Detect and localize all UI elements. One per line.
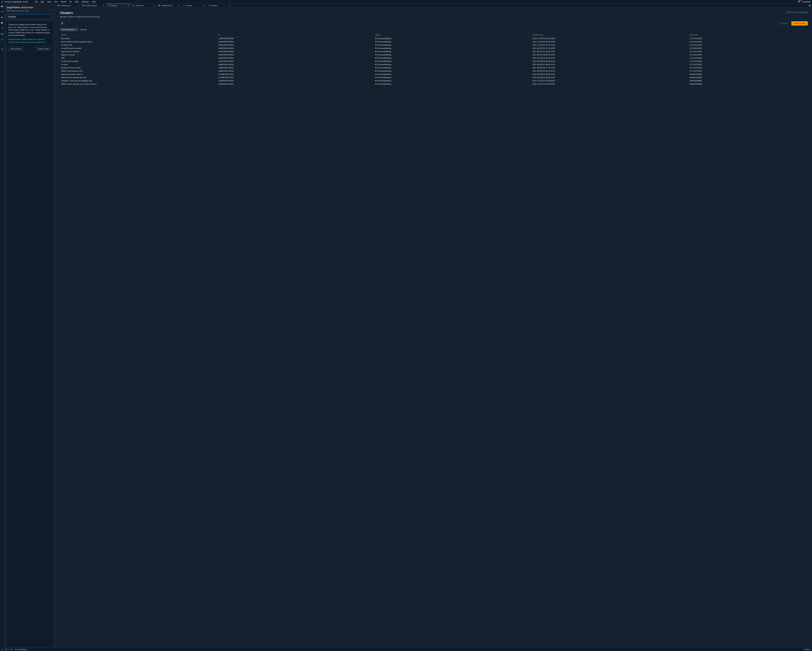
notification-bell[interactable]: 1 bbox=[798, 1, 800, 3]
status-gear[interactable] bbox=[11, 648, 13, 650]
settings-gear-button[interactable] bbox=[807, 3, 812, 7]
menu-view[interactable]: View bbox=[47, 1, 51, 3]
cell-account: 111122223333 bbox=[688, 50, 808, 53]
tab-close[interactable]: ✕ bbox=[101, 5, 104, 7]
svg-point-8 bbox=[2, 12, 3, 12]
cell-status: Running/Waiting bbox=[374, 47, 531, 50]
tab-close[interactable]: ✕ bbox=[202, 5, 205, 7]
tab-close[interactable]: ✕ bbox=[152, 5, 155, 7]
svg-rect-23 bbox=[83, 5, 84, 5]
status-dot-icon bbox=[375, 61, 377, 62]
column-header-account-id[interactable]: Account ID bbox=[688, 33, 808, 37]
table-row[interactable]: demo-delete-cluster-createdFromEmrj-2ABC… bbox=[60, 40, 808, 43]
feedback-link[interactable]: Feedback bbox=[802, 1, 811, 3]
terminal-icon bbox=[5, 648, 7, 650]
tab-untitled1-ipynb[interactable]: Untitled1.ipynb✕ bbox=[81, 3, 106, 7]
tab-close[interactable]: ✕ bbox=[227, 5, 230, 7]
table-row[interactable]: ldap-IG-overridej-5ABCDEFGHIG1Running/Wa… bbox=[60, 53, 808, 57]
table-row[interactable]: abcdefg -cross-account-bugbash-testj-1AB… bbox=[60, 79, 808, 83]
cell-id: j-1ABCDEFGHIG2 bbox=[217, 79, 374, 83]
cell-account: 111122223333 bbox=[688, 57, 808, 60]
create-cluster-button[interactable]: Create cluster bbox=[791, 21, 808, 26]
view-clusters-button[interactable]: View clusters bbox=[8, 47, 24, 51]
tab-close[interactable]: ✕ bbox=[177, 5, 180, 7]
table-row[interactable]: no-authj-8ABCDEFGHIG2Running/Waiting2021… bbox=[60, 63, 808, 66]
table-row[interactable]: testing-terminate-cluster-1j-11ABCDEFGHI… bbox=[60, 73, 808, 76]
table-row[interactable]: ldapj-6ABCDEFGHIG2Running/Waiting2021-08… bbox=[60, 57, 808, 60]
cell-time: 2021-11-05T07:07:56.013Z bbox=[531, 43, 688, 47]
tab-label: Untitled1.ipynb bbox=[85, 5, 97, 6]
svg-rect-30 bbox=[158, 5, 160, 6]
menu-help[interactable]: Help bbox=[92, 1, 96, 3]
cell-time: 2021-08-09T06:17:35.187Z bbox=[531, 66, 688, 69]
create-cluster-sidebar-button[interactable]: Create cluster bbox=[35, 47, 51, 51]
table-row[interactable]: ldap-livy-port-overridej-4ABCDEFGHIGKRun… bbox=[60, 50, 808, 53]
table-row[interactable]: kerberized-livy-overridej-9ABCDEFGHIG2Ru… bbox=[60, 66, 808, 69]
filter-chip-remove[interactable]: ✕ bbox=[76, 28, 77, 31]
manage-emr-link[interactable]: Manage Amazon EMR Clusters from Studio bbox=[8, 38, 51, 40]
cell-time: 2021-08-10T06:25:29.307Z bbox=[531, 53, 688, 57]
resource-select[interactable]: Clusters ▼ bbox=[6, 14, 53, 19]
cell-name: no-auth-livy-override bbox=[60, 60, 217, 63]
gear-icon bbox=[11, 648, 13, 650]
git-status[interactable]: Git: refreshing... bbox=[15, 648, 27, 650]
cell-name: no-auth-IG-port-override bbox=[60, 47, 217, 50]
table-row[interactable]: My clusterj-1ABCDEFGHIGKRunning/Waiting2… bbox=[60, 37, 808, 40]
menu-tabs[interactable]: Tabs bbox=[75, 1, 79, 3]
app-title: Amazon SageMaker Studio bbox=[5, 1, 28, 3]
tab-test-json[interactable]: test.json✕ bbox=[182, 3, 207, 7]
menu-run[interactable]: Run bbox=[54, 1, 58, 3]
table-row[interactable]: EMR-Cluster-abcdefg -sfo-cross-account-t… bbox=[60, 83, 808, 86]
git-icon[interactable] bbox=[1, 11, 3, 13]
table-row[interactable]: no-auth-IG-port-overridej-4BCDEFGHIGKHRu… bbox=[60, 47, 808, 50]
palette-icon[interactable] bbox=[1, 22, 3, 24]
prepare-data-link[interactable]: Prepare data at scale with Studio Notebo… bbox=[8, 41, 51, 43]
tab-terminal-1[interactable]: Terminal 1✕ bbox=[131, 3, 156, 7]
tab-untitled-ipynb[interactable]: Untitled.ipynb✕ bbox=[56, 3, 81, 7]
cell-status: Running/Waiting bbox=[374, 63, 531, 66]
menu-edit[interactable]: Edit bbox=[41, 1, 44, 3]
tabs-icon[interactable] bbox=[1, 33, 3, 35]
table-row[interactable]: EMR-Cluster-abcdefg-emr-cfnj-12ABCDEFGHI… bbox=[60, 76, 808, 79]
refresh-block[interactable]: less than a minute ago bbox=[787, 11, 808, 13]
page-subtitle: Manage clusters for large-scale data pro… bbox=[60, 16, 100, 18]
refresh-text: less than a minute ago bbox=[790, 11, 808, 13]
menu-settings[interactable]: Settings bbox=[82, 1, 89, 3]
cell-status: Running/Waiting bbox=[374, 40, 531, 43]
menu-file[interactable]: File bbox=[35, 1, 38, 3]
cell-status: Running/Waiting bbox=[374, 60, 531, 63]
filter-button[interactable] bbox=[60, 21, 64, 25]
column-header-creation-time[interactable]: Creation Time bbox=[531, 33, 688, 37]
status-bar: 1 3 Git: refreshing... Clusters bbox=[0, 648, 812, 651]
status-right[interactable]: Clusters bbox=[804, 648, 810, 650]
menu-git[interactable]: Git bbox=[69, 1, 72, 3]
share-icon[interactable] bbox=[1, 48, 3, 50]
clear-all-filters[interactable]: Clear All bbox=[80, 29, 87, 31]
cell-account: 444455556666 bbox=[688, 83, 808, 86]
tab-untitled2-ipynb[interactable]: Untitled2.ipynb✕ bbox=[156, 3, 182, 7]
column-header-id[interactable]: ID bbox=[217, 33, 374, 37]
terminate-button[interactable]: Terminate bbox=[777, 21, 790, 26]
tab-close[interactable]: ✕ bbox=[127, 5, 130, 7]
table-row[interactable]: no-auth-livy-overridej-7ABCDEFGHIG2Runni… bbox=[60, 60, 808, 63]
svg-point-4 bbox=[2, 1, 3, 1]
cell-account: 444455556666 bbox=[688, 79, 808, 83]
status-terminals[interactable]: 3 bbox=[5, 648, 8, 650]
running-icon[interactable] bbox=[1, 16, 3, 18]
table-row[interactable]: EMR-Cluster-blog-emr-bbj-0ABCDEFGHIG2Run… bbox=[60, 69, 808, 73]
tab-clusters[interactable]: Clusters✕ bbox=[207, 3, 232, 7]
folder-icon[interactable] bbox=[1, 5, 3, 8]
status-dot-icon bbox=[375, 77, 377, 78]
column-header-status[interactable]: Status bbox=[374, 33, 531, 37]
column-header-name[interactable]: Name bbox=[60, 33, 217, 37]
menu-kernel[interactable]: Kernel bbox=[61, 1, 66, 3]
tab-close[interactable]: ✕ bbox=[76, 5, 79, 7]
cell-id: j-3BCDEFGHIGKH bbox=[217, 43, 374, 47]
status-left-number[interactable]: 1 bbox=[2, 648, 3, 650]
cell-status: Running/Waiting bbox=[374, 73, 531, 76]
tab-clusters[interactable]: Clusters✕ bbox=[106, 3, 131, 7]
flow-icon[interactable] bbox=[1, 38, 3, 41]
terminal-icon bbox=[133, 5, 134, 6]
wrench-icon[interactable] bbox=[1, 27, 3, 29]
table-row[interactable]: no-auth-5-33j-3BCDEFGHIGKHRunning/Waitin… bbox=[60, 43, 808, 47]
